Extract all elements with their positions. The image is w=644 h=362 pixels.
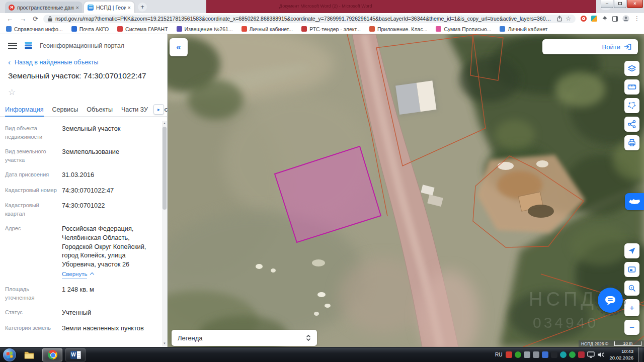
minimap-button[interactable] (624, 262, 639, 277)
start-button[interactable] (3, 348, 16, 361)
login-button[interactable]: Войти (542, 39, 638, 54)
scroll-up-icon[interactable]: ▲ (162, 121, 167, 126)
language-indicator[interactable]: RU (495, 352, 502, 357)
show-desktop-button[interactable] (638, 347, 642, 362)
bookmark-star-icon[interactable]: ☆ (566, 15, 571, 22)
attribution-text: НСПД 2026 © (581, 341, 608, 346)
forward-nav-icon[interactable]: → (20, 16, 26, 22)
tab-title: НСПД | Геоинформационный пор (96, 5, 126, 11)
taskbar-word-button[interactable]: W (65, 348, 86, 361)
tray-icon-sync[interactable] (515, 351, 521, 358)
legend-toggle[interactable]: Легенда (172, 330, 317, 346)
login-arrow-icon (624, 43, 632, 50)
bookmark-favicon (301, 26, 307, 32)
scrollbar-thumb[interactable] (163, 127, 167, 210)
back-nav-icon[interactable]: ← (7, 16, 13, 22)
padlock-icon (48, 16, 52, 22)
new-tab-button[interactable]: + (138, 3, 147, 12)
browser-menu-icon[interactable]: ⋮ (634, 16, 640, 22)
main-menu-icon[interactable] (8, 43, 17, 49)
bookmark-item[interactable]: Личный кабинет (500, 26, 547, 32)
address-bar[interactable]: nspd.gov.ru/map?thematic=PKK&zoom=19.215… (43, 15, 576, 23)
lasso-select-icon (627, 101, 636, 110)
close-button[interactable]: × (627, 0, 643, 8)
tray-icon-tk[interactable] (560, 351, 567, 358)
panel-scrollbar[interactable]: ▲ ▼ (162, 121, 167, 346)
satellite-imagery: НСПД 034940 (168, 34, 644, 347)
bookmark-item[interactable]: Извещение №261... (177, 26, 233, 32)
browser-tab-2-active[interactable]: НСПД | Геоинформационный пор × (84, 2, 134, 13)
word-window-titlebar: Документ Microsoft Word (2) - Microsoft … (206, 0, 596, 13)
display-tray-icon[interactable] (587, 351, 595, 358)
browser-tab-1[interactable]: Я пространственные данные рос × (5, 2, 83, 13)
field-row: Дата присвоения31.03.2016 (5, 170, 160, 179)
zoom-in-button[interactable]: + (624, 299, 639, 316)
scroll-down-icon[interactable]: ▼ (162, 341, 167, 346)
layers-button[interactable] (624, 61, 639, 76)
map-canvas[interactable]: НСПД 034940 « Войти (168, 34, 644, 347)
close-tab-icon[interactable]: × (76, 5, 79, 11)
minimap-icon (627, 265, 636, 274)
tray-icon-device[interactable] (533, 351, 539, 358)
taskbar-clock[interactable]: 10:43 20.02.2026 (609, 348, 633, 361)
collapse-panel-button[interactable]: « (170, 38, 188, 56)
page-title: Земельный участок: 74:30:0701022:47 (8, 71, 159, 80)
measure-button[interactable] (624, 79, 639, 95)
reload-icon[interactable]: ⟳ (33, 16, 38, 22)
extension-icon[interactable] (591, 16, 597, 22)
my-location-button[interactable] (624, 243, 639, 258)
russia-extent-button[interactable] (625, 193, 644, 210)
side-panel-icon[interactable] (612, 16, 618, 22)
bookmark-item[interactable]: Почта АКГО (71, 26, 109, 32)
tray-icon-antivirus[interactable] (569, 351, 576, 358)
layers-icon (627, 64, 636, 73)
bookmark-item[interactable]: Сумма Прописью... (436, 26, 491, 32)
tray-icon-yandex[interactable] (506, 351, 512, 358)
volume-tray-icon[interactable] (597, 351, 604, 358)
window-controls: – × (600, 0, 643, 8)
chat-support-button[interactable] (598, 288, 623, 313)
field-row: СтатусУчтенный (5, 308, 160, 317)
tab-parcel-parts[interactable]: Части ЗУ (121, 103, 148, 116)
yandex-favicon: Я (9, 5, 15, 11)
taskbar-explorer-button[interactable] (19, 348, 39, 361)
tray-icon-printer[interactable] (524, 351, 530, 358)
app-title: Геоинформационный портал (40, 42, 124, 49)
extension-adblock-icon[interactable] (581, 16, 587, 22)
tab-services[interactable]: Сервисы (52, 103, 78, 116)
tray-icon-flag[interactable] (578, 351, 585, 358)
portal-logo (24, 41, 33, 50)
bookmark-favicon (242, 26, 247, 32)
search-on-map-button[interactable] (624, 281, 639, 296)
select-area-button[interactable] (624, 98, 639, 113)
taskbar-chrome-button[interactable] (42, 348, 62, 361)
word-icon: W (70, 351, 81, 359)
minimize-button[interactable]: – (601, 0, 613, 8)
location-arrow-icon (627, 246, 636, 255)
bookmark-item[interactable]: Личный кабинет... (242, 26, 293, 32)
print-button[interactable] (624, 135, 639, 150)
zoom-out-button[interactable]: − (624, 320, 639, 335)
restore-button[interactable] (614, 0, 626, 8)
back-chevron-icon: ‹ (8, 58, 11, 66)
field-row: Вид земельного участкаЗемлепользование (5, 147, 160, 164)
tray-icon-app[interactable] (542, 351, 548, 358)
collapse-address-link[interactable]: Свернуть (62, 270, 87, 279)
profile-avatar[interactable] (622, 15, 629, 22)
tabs-next-button[interactable]: ▸ (153, 104, 164, 115)
share-button[interactable] (624, 117, 639, 132)
field-row: Площадь уточненная1 248 кв. м (5, 285, 160, 302)
tray-icon-pointer[interactable] (551, 351, 557, 358)
magnifier-icon (627, 284, 636, 293)
back-link[interactable]: ‹ Назад в найденные объекты (8, 59, 159, 66)
bookmark-item[interactable]: Система ГАРАНТ (117, 26, 168, 32)
share-url-icon[interactable] (556, 16, 562, 22)
tab-objects[interactable]: Объекты (87, 103, 113, 116)
bookmark-item[interactable]: Справочная инфо... (6, 26, 63, 32)
tab-information[interactable]: Информация (5, 103, 44, 116)
bookmark-item[interactable]: РТС-тендер - элект... (301, 26, 361, 32)
pin-extension-icon[interactable] (602, 16, 608, 22)
favorite-star-icon[interactable]: ☆ (8, 87, 16, 97)
close-tab-icon[interactable]: × (128, 5, 131, 11)
bookmark-item[interactable]: Приложение. Клас... (369, 26, 428, 32)
